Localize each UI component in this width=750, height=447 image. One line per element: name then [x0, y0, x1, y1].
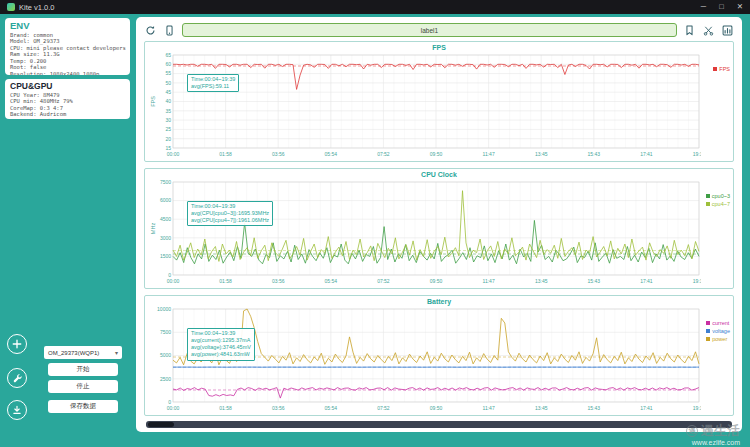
chart-title: FPS: [145, 44, 733, 51]
legend-item[interactable]: FPS: [713, 66, 730, 72]
download-button[interactable]: [7, 400, 27, 420]
plus-icon: [12, 339, 22, 349]
close-button[interactable]: ✕: [737, 0, 743, 14]
svg-text:15: 15: [165, 145, 171, 151]
svg-text:15:43: 15:43: [588, 405, 601, 411]
window-controls: ─ □ ✕: [701, 0, 743, 14]
refresh-button[interactable]: [144, 24, 157, 37]
chart-legend: cpu0~3cpu4~7: [706, 193, 730, 207]
env-lines: Brand: commonModel: OM_29373CPU: mini pl…: [10, 32, 125, 75]
legend-item[interactable]: current: [706, 320, 730, 326]
svg-text:17:41: 17:41: [640, 278, 653, 284]
cpu-gpu-lines: CPU Year: 8M479CPU min: 480MHz 79%CoreMa…: [10, 92, 125, 119]
label-input[interactable]: label1: [182, 23, 677, 37]
legend-item[interactable]: cpu4~7: [706, 201, 730, 207]
svg-text:50: 50: [165, 80, 171, 86]
svg-text:7500: 7500: [160, 179, 171, 185]
tooltip-line: avg(voltage):3746.45mV: [191, 344, 251, 351]
scrollbar-handle[interactable]: [148, 422, 174, 427]
svg-text:19:39: 19:39: [693, 278, 701, 284]
svg-text:00:00: 00:00: [167, 151, 180, 157]
svg-text:07:52: 07:52: [377, 405, 390, 411]
svg-text:00:00: 00:00: [167, 405, 180, 411]
tooltip-line: avg(power):4841.63mW: [191, 351, 251, 358]
svg-text:13:45: 13:45: [535, 151, 548, 157]
svg-text:03:56: 03:56: [272, 278, 285, 284]
title-bar: Kite v1.0.0 ─ □ ✕: [0, 0, 750, 14]
device-select[interactable]: OM_29373(WQP1) ▾: [44, 346, 122, 359]
env-card-title: ENV: [10, 20, 125, 31]
cpu-gpu-card-title: CPU&GPU: [10, 81, 125, 91]
svg-text:25: 25: [165, 126, 171, 132]
device-select-value: OM_29373(WQP1): [48, 350, 99, 356]
svg-text:11:47: 11:47: [483, 405, 495, 411]
chevron-down-icon: ▾: [115, 349, 118, 356]
svg-text:3000: 3000: [160, 235, 171, 241]
maximize-button[interactable]: □: [719, 0, 724, 14]
cpu-clock-plot[interactable]: 75006000450030001500000:0001:5803:5605:5…: [149, 179, 701, 285]
svg-text:05:54: 05:54: [325, 278, 338, 284]
svg-text:05:54: 05:54: [325, 405, 338, 411]
svg-text:01:58: 01:58: [219, 405, 232, 411]
device-screen-button[interactable]: [163, 24, 176, 37]
tooltip-line: Time:00:04~19:39: [191, 76, 235, 83]
svg-text:60: 60: [165, 61, 171, 67]
legend-swatch-icon: [706, 194, 710, 198]
tooltip-line: avg(current):1295.37mA: [191, 337, 251, 344]
legend-item[interactable]: power: [706, 336, 730, 342]
legend-swatch-icon: [706, 202, 710, 206]
svg-text:5000: 5000: [160, 352, 171, 358]
svg-text:15:43: 15:43: [588, 278, 601, 284]
add-button[interactable]: [7, 334, 27, 354]
svg-text:09:50: 09:50: [430, 151, 443, 157]
app-logo-icon: [7, 3, 15, 11]
legend-item[interactable]: cpu0~3: [706, 193, 730, 199]
svg-text:15:43: 15:43: [588, 151, 601, 157]
chart-title: Battery: [145, 298, 733, 305]
svg-text:FPS: FPS: [150, 96, 156, 107]
svg-text:01:58: 01:58: [219, 151, 232, 157]
start-button[interactable]: 开始: [48, 363, 118, 376]
svg-text:20: 20: [165, 136, 171, 142]
svg-text:05:54: 05:54: [325, 151, 338, 157]
svg-text:13:45: 13:45: [535, 405, 548, 411]
bookmark-button[interactable]: [683, 24, 696, 37]
svg-text:4500: 4500: [160, 216, 171, 222]
save-data-button[interactable]: 保存数据: [48, 400, 118, 413]
tooltip-line: avg(FPS):59.11: [191, 83, 235, 90]
tooltip-line: Time:00:04~19:39: [191, 203, 269, 210]
chart-toolbar: label1: [144, 22, 734, 38]
svg-text:45: 45: [165, 89, 171, 95]
cut-button[interactable]: [702, 24, 715, 37]
card-line: Resolution: 1080x2400 1080p: [10, 71, 125, 75]
stop-button[interactable]: 停止: [48, 380, 118, 393]
wrench-icon: [12, 373, 23, 384]
chart-export-button[interactable]: [721, 24, 734, 37]
chart-tooltip: Time:00:04~19:39avg(FPS):59.11: [187, 74, 239, 92]
legend-label: FPS: [719, 66, 730, 72]
svg-text:17:41: 17:41: [640, 405, 653, 411]
device-icon: [164, 25, 175, 36]
refresh-icon: [145, 25, 156, 36]
svg-text:13:45: 13:45: [535, 278, 548, 284]
horizontal-scrollbar[interactable]: [146, 421, 732, 428]
svg-text:0: 0: [168, 272, 171, 278]
svg-text:2500: 2500: [160, 376, 171, 382]
svg-text:40: 40: [165, 98, 171, 104]
minimize-button[interactable]: ─: [701, 0, 706, 14]
env-card: ENV Brand: commonModel: OM_29373CPU: min…: [5, 18, 130, 75]
svg-text:MHz: MHz: [150, 223, 156, 235]
svg-text:0: 0: [168, 399, 171, 405]
bookmark-icon: [684, 25, 695, 36]
chart-cpu-clock: CPU Clock 75006000450030001500000:0001:5…: [144, 168, 734, 289]
legend-item[interactable]: voltage: [706, 328, 730, 334]
legend-label: power: [712, 336, 727, 342]
chart-legend: currentvoltagepower: [706, 320, 730, 342]
fps-plot[interactable]: 656055504540353025201500:0001:5803:5605:…: [149, 52, 701, 158]
svg-text:00:00: 00:00: [167, 278, 180, 284]
scissors-icon: [703, 25, 714, 36]
svg-text:03:56: 03:56: [272, 405, 285, 411]
svg-text:11:47: 11:47: [483, 151, 495, 157]
chart-fps: FPS 656055504540353025201500:0001:5803:5…: [144, 41, 734, 162]
settings-button[interactable]: [7, 368, 27, 388]
